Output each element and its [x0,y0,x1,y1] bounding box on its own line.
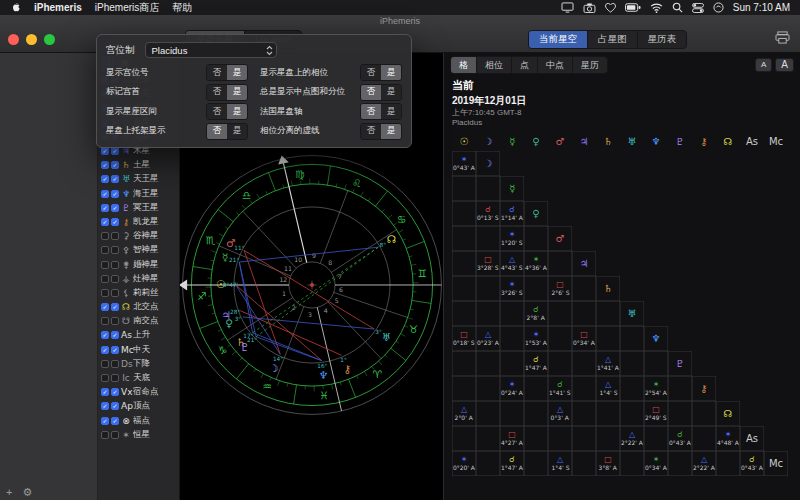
tab-当前星空[interactable]: 当前星空 [529,31,588,48]
font-smaller-button[interactable]: A [755,58,772,72]
planet-checkbox[interactable]: ✓ [101,147,109,155]
planet-checkbox[interactable] [101,261,109,269]
tab-星历表[interactable]: 星历表 [638,31,687,48]
yes-button[interactable]: 是 [381,124,401,139]
planet-checkbox[interactable]: ✓ [101,161,109,169]
planet-checkbox[interactable]: ✓ [111,204,119,212]
siri-icon[interactable] [713,2,724,14]
no-button[interactable]: 否 [207,65,227,80]
menu-app-name[interactable]: iPhemeris [34,2,82,13]
chart-settings-icon[interactable]: ⚙ [22,487,32,498]
planet-checkbox[interactable] [111,431,119,439]
yes-button[interactable]: 是 [381,85,401,100]
menu-store[interactable]: iPhemeris商店 [95,1,159,15]
add-chart-button[interactable]: + [6,487,12,498]
planet-checkbox[interactable] [101,431,109,439]
grid-row: ✶0°20' A☌1°47' A△1°4' S□3°8' A✶0°34' A△2… [452,451,800,476]
planet-checkbox[interactable]: ✓ [101,402,109,410]
yes-button[interactable]: 是 [227,104,247,119]
menubar-clock[interactable]: Sun 7:10 AM [733,2,790,13]
planet-checkbox[interactable]: ✓ [101,190,109,198]
aspect-cell [572,426,596,451]
empty-cell [620,276,644,301]
planet-label: 天底 [133,372,150,384]
planet-checkbox[interactable]: ✓ [101,346,109,354]
no-button[interactable]: 否 [361,124,381,139]
planet-checkbox[interactable]: ✓ [111,388,119,396]
yes-button[interactable]: 是 [381,65,401,80]
no-button[interactable]: 否 [361,85,381,100]
planet-label: 冥王星 [133,202,159,214]
menu-help[interactable]: 帮助 [172,1,192,15]
planet-checkbox[interactable] [111,317,119,325]
camera-icon[interactable] [583,2,596,14]
planet-checkbox[interactable] [111,374,119,382]
panel-tab-相位[interactable]: 相位 [477,57,512,73]
planet-checkbox[interactable]: ✓ [111,303,119,311]
yes-button[interactable]: 是 [381,104,401,119]
planet-checkbox[interactable]: ✓ [101,175,109,183]
empty-cell [524,176,548,201]
planet-checkbox[interactable] [111,232,119,240]
planet-checkbox[interactable] [111,246,119,254]
planet-checkbox[interactable] [101,374,109,382]
wifi-icon[interactable] [650,2,663,14]
planet-checkbox[interactable] [111,261,119,269]
close-button[interactable] [8,34,19,45]
panel-tab-中点[interactable]: 中点 [538,57,573,73]
planet-checkbox[interactable]: ✓ [101,204,109,212]
yes-button[interactable]: 是 [227,124,247,139]
aspect-orb: 1°41' S [549,390,571,396]
display-icon[interactable] [561,2,574,14]
planet-checkbox[interactable]: ✓ [101,303,109,311]
planet-checkbox[interactable]: ✓ [111,147,119,155]
planet-checkbox[interactable]: ✓ [111,190,119,198]
planet-checkbox[interactable] [101,317,109,325]
planet-checkbox[interactable]: ✓ [111,161,119,169]
battery-icon[interactable] [625,2,641,14]
empty-cell [572,201,596,226]
no-button[interactable]: 否 [207,124,227,139]
heart-icon[interactable] [605,2,616,14]
aspect-cell [668,376,692,401]
no-button[interactable]: 否 [361,104,381,119]
print-button[interactable] [775,31,790,43]
aspect-orb: 1°4' S [551,465,569,471]
yes-button[interactable]: 是 [227,85,247,100]
font-larger-button[interactable]: A [775,58,794,72]
no-button[interactable]: 否 [207,104,227,119]
planet-checkbox[interactable]: ✓ [111,218,119,226]
planet-checkbox[interactable]: ✓ [101,417,109,425]
apple-menu-icon[interactable] [10,2,21,14]
planet-checkbox[interactable]: ✓ [101,331,109,339]
planet-checkbox[interactable] [101,232,109,240]
planet-checkbox[interactable] [111,275,119,283]
no-button[interactable]: 否 [361,65,381,80]
tab-占星图[interactable]: 占星图 [588,31,638,48]
planet-checkbox[interactable] [101,246,109,254]
house-system-select[interactable]: Placidus [145,42,277,58]
control-center-icon[interactable] [692,2,704,14]
grid-planet-glyph: As [740,133,764,151]
planet-checkbox[interactable] [101,289,109,297]
planet-checkbox[interactable] [111,360,119,368]
no-button[interactable]: 否 [207,85,227,100]
planet-checkbox[interactable] [111,289,119,297]
planet-checkbox[interactable]: ✓ [111,175,119,183]
yes-button[interactable]: 是 [227,65,247,80]
planet-checkbox[interactable]: ✓ [111,402,119,410]
panel-tab-格[interactable]: 格 [451,57,477,73]
panel-tab-星历[interactable]: 星历 [573,57,607,73]
planet-checkbox[interactable]: ✓ [111,346,119,354]
planet-checkbox[interactable] [101,275,109,283]
planet-checkbox[interactable] [101,360,109,368]
planet-checkbox[interactable]: ✓ [101,218,109,226]
minimize-button[interactable] [26,34,37,45]
planet-checkbox[interactable]: ✓ [111,331,119,339]
planet-checkbox[interactable]: ✓ [101,388,109,396]
planet-checkbox[interactable]: ✓ [111,417,119,425]
panel-tab-点[interactable]: 点 [512,57,538,73]
search-icon[interactable] [672,2,683,14]
no-yes-segmented: 否是 [206,123,248,140]
zoom-button[interactable] [44,34,55,45]
